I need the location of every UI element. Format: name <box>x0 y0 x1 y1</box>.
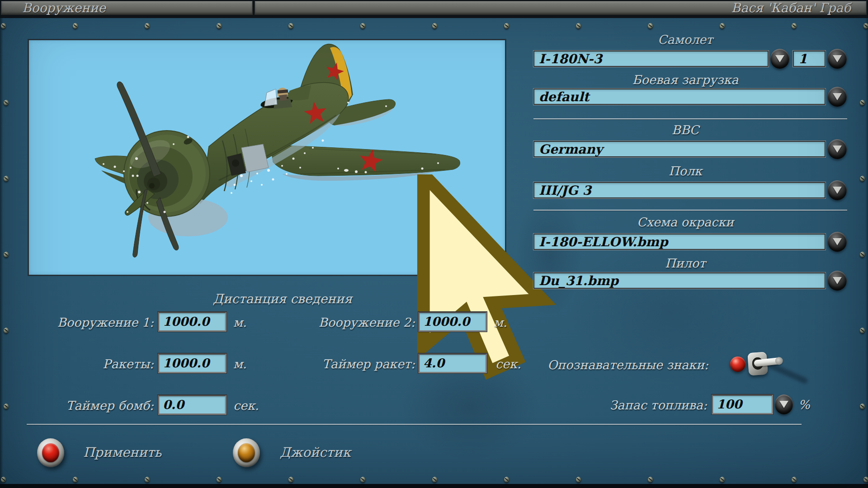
loadout-label: Боевая загрузка <box>533 73 837 87</box>
regiment-value: III/JG 3 <box>539 183 591 198</box>
screw-icon <box>4 176 9 182</box>
indicator-lamp-icon <box>730 357 745 372</box>
weapon2-label: Вооружение 2: <box>278 315 415 330</box>
bomb-timer-unit: сек. <box>233 399 259 413</box>
down-triangle-icon <box>833 277 842 284</box>
screw-icon <box>792 23 797 29</box>
amber-dome-icon <box>238 443 255 462</box>
toggle-lever-cap-icon <box>775 357 783 365</box>
regiment-select[interactable]: III/JG 3 <box>533 182 826 198</box>
screw-icon <box>432 477 437 483</box>
joystick-button[interactable] <box>233 438 260 467</box>
weapon1-unit: м. <box>233 315 247 330</box>
paint-scheme-label: Схема окраски <box>533 215 837 230</box>
paint-scheme-select[interactable]: I-180-ELLOW.bmp <box>533 234 826 250</box>
down-triangle-icon <box>779 401 788 408</box>
pilot-skin-arrow-button[interactable] <box>828 271 847 291</box>
screw-icon <box>4 100 9 106</box>
rockets-label: Ракеты: <box>18 357 154 371</box>
air-force-select[interactable]: Germany <box>533 141 826 157</box>
screw-icon <box>576 23 581 29</box>
frame-bottom <box>0 484 868 488</box>
screw-icon <box>360 23 365 29</box>
titlebar: Вооружение Вася 'Кабан' Граб <box>0 0 868 18</box>
screw-icon <box>288 477 293 483</box>
armament-screen: Вооружение Вася 'Кабан' Граб <box>0 0 868 488</box>
weapon1-input[interactable] <box>158 312 226 332</box>
regiment-label: Полк <box>533 164 837 178</box>
fuel-unit: % <box>798 398 810 412</box>
screw-icon <box>288 23 293 29</box>
frame-edge <box>865 18 868 488</box>
screw-icon <box>217 477 222 483</box>
screw-icon <box>720 23 725 29</box>
fuel-input[interactable] <box>712 394 773 414</box>
rockets-input[interactable] <box>158 353 226 373</box>
screw-icon <box>73 23 78 29</box>
bomb-timer-input[interactable] <box>158 395 226 415</box>
screw-icon <box>145 477 150 483</box>
rockets-unit: м. <box>233 357 247 371</box>
screw-icon <box>863 23 868 29</box>
section-divider <box>533 118 847 119</box>
fuel-arrow-button[interactable] <box>775 394 793 414</box>
screw-icon <box>1 23 6 29</box>
aircraft-select[interactable]: I-180N-3 <box>533 51 769 67</box>
red-dome-icon <box>42 443 59 462</box>
screw-icon <box>73 477 78 483</box>
air-force-arrow-button[interactable] <box>828 139 847 159</box>
loadout-arrow-button[interactable] <box>828 87 847 107</box>
screen-title: Вооружение <box>22 0 106 15</box>
markings-toggle[interactable] <box>728 346 814 389</box>
screw-icon <box>504 23 509 29</box>
screw-icon <box>792 477 797 483</box>
screw-icon <box>860 100 865 106</box>
aircraft-count-field[interactable]: 1 <box>793 51 826 67</box>
aircraft-value: I-180N-3 <box>539 52 602 66</box>
air-force-label: ВВС <box>533 123 837 137</box>
markings-label: Опознавательные знаки: <box>497 358 708 372</box>
rocket-timer-input[interactable] <box>418 353 487 373</box>
screw-icon <box>1 477 6 483</box>
titlebar-right-segment: Вася 'Кабан' Граб <box>255 1 867 15</box>
convergence-heading: Дистанция сведения <box>213 292 352 306</box>
screw-icon <box>860 252 865 258</box>
down-triangle-icon <box>833 145 842 153</box>
paint-scheme-value: I-180-ELLOW.bmp <box>539 235 668 249</box>
rocket-timer-label: Таймер ракет: <box>278 357 415 371</box>
screw-icon <box>860 176 865 182</box>
aircraft-count-value: 1 <box>798 52 807 66</box>
fuel-label: Запас топлива: <box>542 398 707 413</box>
player-name: Вася 'Кабан' Граб <box>731 0 851 15</box>
loadout-select[interactable]: default <box>533 89 826 105</box>
down-triangle-icon <box>833 55 842 62</box>
joystick-label[interactable]: Джойстик <box>280 445 351 460</box>
loadout-value: default <box>539 89 590 104</box>
apply-button[interactable] <box>37 438 64 467</box>
screw-icon <box>4 404 9 409</box>
screw-icon <box>4 328 9 333</box>
screw-icon <box>4 252 9 258</box>
pilot-skin-select[interactable]: Du_31.bmp <box>533 272 826 289</box>
screw-icon <box>648 23 653 29</box>
frame-edge <box>0 18 3 488</box>
paint-scheme-arrow-button[interactable] <box>828 232 847 252</box>
screw-icon <box>504 477 509 483</box>
bottom-divider <box>27 424 802 425</box>
apply-label[interactable]: Применить <box>83 445 161 460</box>
background-shade <box>515 190 583 316</box>
air-force-value: Germany <box>539 142 603 157</box>
down-triangle-icon <box>833 187 842 194</box>
section-divider <box>533 210 847 211</box>
screw-icon <box>145 23 150 29</box>
weapon1-label: Вооружение 1: <box>18 315 154 330</box>
weapon2-input[interactable] <box>418 312 487 332</box>
regiment-arrow-button[interactable] <box>828 180 847 200</box>
aircraft-select-arrow-button[interactable] <box>770 49 789 69</box>
aircraft-count-arrow-button[interactable] <box>828 49 847 69</box>
bomb-timer-label: Таймер бомб: <box>18 399 154 413</box>
aircraft-image <box>29 40 505 275</box>
titlebar-left-segment: Вооружение <box>1 1 253 15</box>
screw-icon <box>860 328 865 333</box>
aircraft-preview-panel <box>28 39 506 276</box>
